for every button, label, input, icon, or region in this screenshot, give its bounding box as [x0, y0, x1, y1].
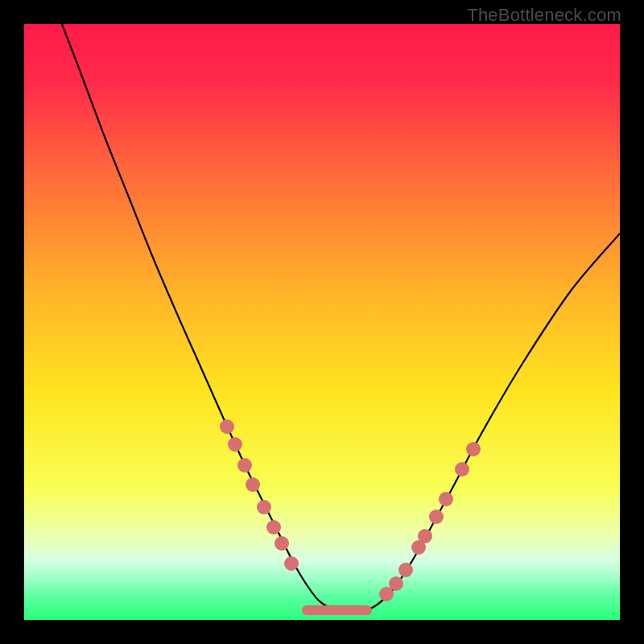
data-dot: [220, 419, 234, 434]
data-dot: [455, 462, 469, 477]
bottom-bar: [302, 605, 372, 615]
chart-svg: [24, 24, 620, 620]
plot-area: [24, 24, 620, 620]
data-dot: [237, 458, 252, 473]
watermark-text: TheBottleneck.com: [467, 5, 621, 26]
data-dot: [429, 510, 444, 524]
data-dot: [228, 437, 242, 452]
data-dot: [398, 563, 413, 577]
data-dot: [284, 556, 299, 571]
data-dot: [418, 529, 432, 543]
data-dot: [389, 576, 403, 591]
data-dot: [466, 442, 481, 456]
data-dot: [257, 500, 271, 514]
data-dot: [246, 477, 260, 492]
data-dot: [275, 536, 289, 551]
data-dot: [266, 520, 281, 535]
data-dot: [439, 492, 453, 506]
chart-frame: TheBottleneck.com: [0, 0, 644, 644]
gradient-background: [24, 24, 620, 620]
